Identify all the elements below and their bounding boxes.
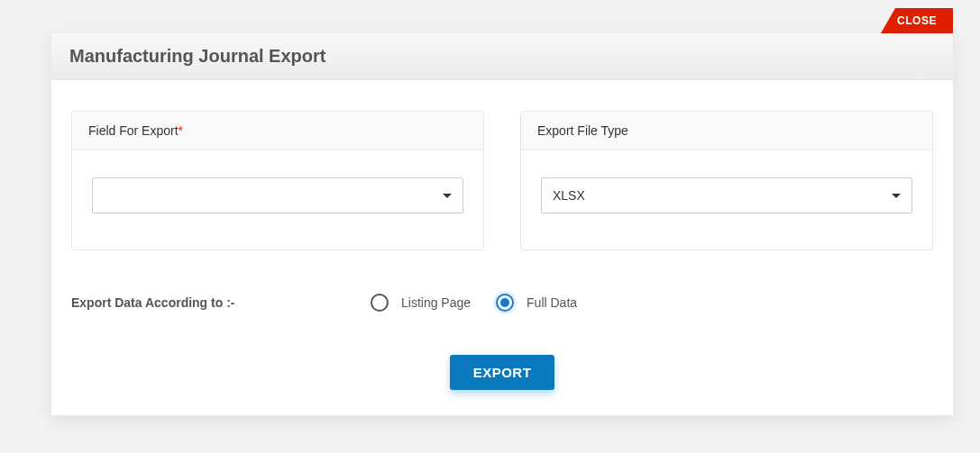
export-button[interactable]: EXPORT <box>450 355 555 390</box>
export-data-according-row: Export Data According to :- Listing Page… <box>71 294 933 312</box>
export-file-type-select[interactable]: XLSX <box>541 177 912 213</box>
export-file-type-header: Export File Type <box>521 112 932 150</box>
export-file-type-label: Export File Type <box>537 123 628 138</box>
field-for-export-card: Field For Export* <box>71 111 484 250</box>
export-modal: CLOSE Manufacturing Journal Export Field… <box>50 32 954 416</box>
export-file-type-card: Export File Type XLSX <box>520 111 933 250</box>
export-file-type-value: XLSX <box>553 188 585 203</box>
export-data-according-label: Export Data According to :- <box>71 295 371 310</box>
chevron-down-icon <box>892 194 901 198</box>
actions-row: EXPORT <box>71 355 933 390</box>
export-file-type-body: XLSX <box>521 150 932 231</box>
radio-group: Listing Page Full Data <box>371 294 590 312</box>
radio-full-data[interactable] <box>496 294 514 312</box>
close-label: CLOSE <box>897 14 937 27</box>
chevron-down-icon <box>443 194 452 198</box>
required-mark: * <box>179 123 183 138</box>
field-for-export-label: Field For Export <box>88 123 179 138</box>
modal-title: Manufacturing Journal Export <box>69 46 935 67</box>
field-for-export-select[interactable] <box>92 177 463 213</box>
form-row: Field For Export* Export File Type XLSX <box>71 111 933 250</box>
export-button-label: EXPORT <box>473 365 532 380</box>
field-for-export-header: Field For Export* <box>72 112 483 150</box>
close-button[interactable]: CLOSE <box>881 8 953 33</box>
radio-listing-page-label: Listing Page <box>401 295 471 310</box>
radio-dot-icon <box>500 298 509 307</box>
radio-full-data-label: Full Data <box>527 295 577 310</box>
field-for-export-body <box>72 150 483 249</box>
radio-listing-page[interactable] <box>371 294 389 312</box>
modal-header: Manufacturing Journal Export <box>51 33 953 80</box>
modal-body: Field For Export* Export File Type XLSX <box>51 80 953 415</box>
